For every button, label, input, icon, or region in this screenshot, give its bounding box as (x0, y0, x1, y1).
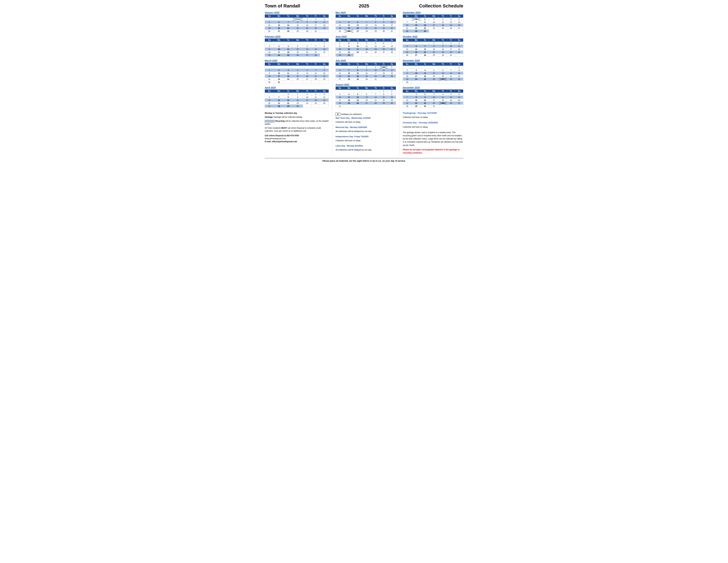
cal-cell: 30 (344, 54, 354, 57)
cal-cell: 23 (403, 78, 411, 81)
cal-cell: 5 (354, 93, 362, 96)
cal-cell: 12 (388, 69, 396, 72)
cal-cell: 29 (354, 78, 362, 81)
cal-cell: 21 (362, 27, 371, 30)
cal-cell: 10 (429, 96, 439, 99)
day-header: Mo (344, 63, 354, 66)
cal-cell (274, 42, 284, 45)
cal-cell: 13 (336, 72, 344, 75)
cal-cell: 6 (274, 21, 284, 24)
cal-cell (303, 105, 311, 108)
cal-cell: 21 (371, 99, 380, 102)
cal-cell: 14 (388, 45, 396, 48)
cal-cell: 24 (274, 54, 284, 57)
cal-cell: 10 (274, 72, 284, 75)
cal-cell: 3 (336, 93, 344, 96)
cal-cell: 26 (371, 51, 380, 54)
cal-cell: 6 (380, 42, 388, 45)
cal-cell: 28 (447, 78, 455, 81)
cal-cell: 1 (429, 42, 439, 45)
day-header: Fr (312, 39, 320, 42)
day-header: Su (403, 90, 411, 93)
memorial-detail: All collections will be delayed by one d… (336, 130, 396, 133)
title-center: 2025 (331, 3, 397, 9)
cal-cell: 25 (439, 102, 447, 105)
cal-cell: 4 (439, 93, 447, 96)
day-header: Tu (421, 39, 429, 42)
day-header: Sa (388, 63, 396, 66)
cal-cell: 1 (411, 93, 421, 96)
month-title-april: April 2025 (265, 86, 329, 89)
cal-cell: 3 (371, 66, 380, 69)
cal-cell: 25 (320, 27, 329, 30)
cal-cell: 28 (403, 105, 411, 108)
cal-cell: 22 (320, 51, 329, 54)
cal-cell (354, 90, 362, 93)
cal-cell (362, 105, 371, 108)
cal-cell (344, 18, 354, 21)
cal-cell: 19 (447, 24, 455, 27)
cal-cell: 28 (284, 30, 292, 33)
cal-cell (403, 42, 411, 45)
cal-cell: 12 (320, 96, 329, 99)
cal-cell: 14 (421, 48, 429, 51)
cal-cell: 4 (439, 18, 447, 21)
cal-cell (312, 42, 320, 45)
cal-cell: 12 (354, 96, 362, 99)
day-header: Mo (344, 15, 354, 18)
cal-cell: 29 (411, 105, 421, 108)
cal-cell (455, 105, 463, 108)
cal-cell: 15 (429, 48, 439, 51)
cal-cell: 1 (455, 66, 463, 69)
cal-cell: 2 (403, 69, 411, 72)
cal-cell: 14 (312, 72, 320, 75)
day-header: We (429, 90, 439, 93)
cal-cell: 31 (429, 105, 439, 108)
cal-cell: 15 (354, 72, 362, 75)
cal-cell: 15 (292, 24, 303, 27)
cal-cell: 14 (403, 24, 411, 27)
cal-cell: 9 (265, 72, 274, 75)
cal-cell (265, 66, 274, 69)
cal-cell: 30 (292, 105, 303, 108)
cal-cell: 5 (371, 42, 380, 45)
day-header: Sa (388, 87, 396, 90)
cal-cell: 10 (303, 96, 311, 99)
cal-cell: 12 (447, 96, 455, 99)
cal-cell (380, 54, 388, 57)
cal-cell: 27 (455, 102, 463, 105)
cal-cell: 17 (336, 99, 344, 102)
day-header: Su (336, 87, 344, 90)
cal-cell: 29 (371, 30, 380, 33)
cal-cell: 24 (388, 27, 396, 30)
day-header: Su (403, 15, 411, 18)
cal-cell (284, 81, 292, 84)
day-header: Th (371, 15, 380, 18)
month-title-january: January 2025 (265, 11, 329, 14)
day-header: Tu (284, 63, 292, 66)
cal-cell: 2 (303, 18, 311, 21)
day-header: Tu (284, 90, 292, 93)
cal-cell: 17 (388, 24, 396, 27)
cal-cell: 8 (429, 45, 439, 48)
cal-cell: 6 (439, 69, 447, 72)
cal-cell: 4 (421, 69, 429, 72)
cal-cell: 8 (455, 69, 463, 72)
cal-cell: 29 (429, 54, 439, 57)
cal-cell: 5 (447, 18, 455, 21)
day-header: Sa (455, 63, 463, 66)
cal-cell (403, 66, 411, 69)
cal-cell: 30 (439, 54, 447, 57)
cal-cell: 23 (421, 27, 429, 30)
cal-cell (354, 54, 362, 57)
cal-cell: 17 (411, 75, 421, 78)
month-title-march: March 2025 (265, 59, 329, 62)
day-header: Mo (344, 87, 354, 90)
cal-cell: 27 (380, 51, 388, 54)
month-november: November 2025SuMoTuWeThFrSa1234567891011… (403, 59, 463, 84)
cal-cell: 23 (362, 75, 371, 78)
cal-cell (303, 42, 311, 45)
cart-info: The garbage (brown cart) is emptied on a… (403, 131, 463, 147)
cal-cell (274, 18, 284, 21)
cal-cell (344, 90, 354, 93)
